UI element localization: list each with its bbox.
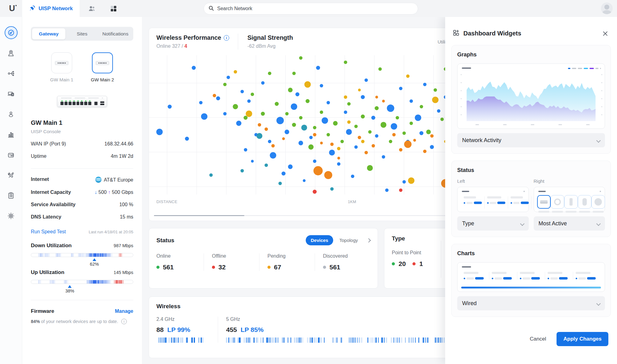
scatter-point	[344, 111, 347, 114]
scatter-point	[387, 104, 394, 112]
wan-ip-value: 168.32.44.66	[105, 141, 133, 147]
divider	[31, 300, 133, 300]
nav-dashboard-icon[interactable]	[5, 26, 18, 39]
firmware-info-icon[interactable]: i	[121, 319, 127, 324]
gateway-tile-label: GW Main 2	[88, 77, 117, 82]
scatter-point	[291, 104, 297, 110]
scatter-point	[409, 122, 413, 125]
nav-settings-icon[interactable]	[7, 212, 15, 220]
distance-scatter-plot[interactable]	[149, 55, 494, 194]
scatter-point	[236, 121, 241, 126]
horizontal-scrollbar[interactable]	[154, 215, 489, 216]
nav-statistics-icon[interactable]	[7, 130, 15, 138]
graphs-dropdown[interactable]: Network Activity	[457, 133, 605, 147]
scatter-point	[368, 130, 371, 133]
apps-grid-icon[interactable]	[109, 4, 118, 13]
clients-topbar-icon[interactable]	[88, 4, 96, 13]
status-left-dropdown-value: Type	[462, 220, 474, 227]
scatter-point	[209, 173, 213, 177]
capacity-up: 500	[112, 190, 120, 195]
nav-topology-icon[interactable]	[7, 69, 15, 77]
apply-changes-button[interactable]: Apply Changes	[557, 332, 608, 346]
status-stat-offline: Offline32	[204, 253, 259, 271]
gateway-tiles: GW Main 1 GW Main 2	[31, 52, 133, 82]
divider	[441, 241, 441, 278]
search-bar[interactable]	[204, 3, 418, 14]
device-thumb[interactable]	[578, 195, 591, 213]
scatter-point	[192, 66, 196, 70]
top-bar: U UISP Network	[0, 0, 617, 17]
graphs-section: Graphs Network Activity	[451, 45, 611, 154]
stat-value: 32	[218, 264, 226, 271]
scatter-point	[270, 152, 276, 159]
nav-clients-icon[interactable]	[7, 110, 15, 118]
firmware-manage-link[interactable]: Manage	[115, 309, 133, 314]
upload-arrow-icon: ↑	[108, 190, 110, 195]
status-right-label: Right	[534, 178, 605, 184]
band-5ghz-lp: LP 85%	[241, 326, 263, 333]
status-dot	[323, 266, 326, 269]
device-thumb[interactable]	[591, 195, 605, 213]
nav-insights-icon[interactable]	[7, 151, 15, 159]
chevron-right-icon[interactable]	[367, 238, 370, 243]
toggle-topology[interactable]: Topology	[334, 235, 363, 245]
scatter-point	[268, 140, 271, 143]
scatter-point	[395, 116, 399, 120]
nav-devices-icon[interactable]	[7, 90, 15, 98]
status-toggle: Devices Topology	[306, 235, 363, 245]
panel-title: Dashboard Widgets	[463, 30, 521, 37]
scatter-point	[233, 104, 238, 109]
scatter-point	[344, 60, 347, 64]
scatter-point	[199, 101, 202, 104]
charts-dropdown[interactable]: Wired	[457, 296, 605, 310]
scatter-point	[261, 112, 265, 116]
cancel-button[interactable]: Cancel	[530, 336, 546, 342]
user-avatar[interactable]	[601, 2, 613, 14]
scatter-point	[308, 145, 314, 150]
tab-sites[interactable]: Sites	[65, 28, 99, 39]
gateway-tile-1[interactable]: GW Main 1	[47, 52, 77, 82]
device-thumb[interactable]	[564, 195, 578, 213]
capacity-label: Internet Capacity	[31, 190, 71, 195]
up-utilization-heatbar	[31, 280, 133, 284]
scatter-point	[385, 189, 389, 192]
gateway-tile-2[interactable]: GW Main 2	[88, 52, 117, 82]
signal-strength-value: -62 dBm Avg	[247, 43, 293, 49]
stat-label: Pending	[267, 253, 315, 259]
app-tab-uisp-network[interactable]: UISP Network	[22, 0, 80, 17]
scatter-point	[375, 134, 378, 138]
signal-strength-title: Signal Strength	[247, 34, 293, 41]
performance-online-count: Online 327 /	[156, 43, 184, 49]
run-speed-test-link[interactable]: Run Speed Test	[31, 229, 66, 235]
scatter-point	[399, 87, 403, 90]
close-icon[interactable]	[602, 31, 608, 37]
device-thumb[interactable]	[537, 195, 551, 213]
firmware-note-text: of your network devices are up to date.	[40, 319, 118, 324]
dns-latency-value: 15 ms	[120, 214, 133, 220]
scatter-point	[295, 92, 299, 96]
scatter-point	[358, 89, 361, 92]
ubiquiti-logo[interactable]: U	[7, 4, 17, 14]
scatter-point	[367, 165, 373, 171]
status-right-dropdown[interactable]: Most Active	[534, 216, 605, 231]
scrollbar-thumb[interactable]	[154, 215, 244, 216]
device-thumb[interactable]	[551, 195, 564, 213]
performance-info-icon[interactable]: i	[224, 35, 229, 41]
status-stat-pending: Pending67	[259, 253, 315, 271]
scatter-point	[313, 166, 323, 175]
search-input[interactable]	[217, 6, 413, 11]
status-left-dropdown[interactable]: Type	[457, 216, 529, 231]
scatter-point	[420, 131, 424, 135]
toggle-devices[interactable]: Devices	[306, 235, 333, 245]
down-utilization-heatbar	[31, 253, 133, 257]
availability-value: 100 %	[119, 202, 133, 207]
tab-notifications[interactable]: Notifications	[99, 28, 132, 39]
scatter-point	[392, 133, 395, 136]
stat-value: 561	[163, 264, 174, 271]
performance-offline-count: 4	[184, 43, 187, 49]
tab-gateway[interactable]: Gateway	[32, 28, 65, 39]
nav-logs-icon[interactable]	[7, 191, 15, 199]
nav-tools-icon[interactable]	[7, 171, 15, 179]
scatter-point	[423, 149, 427, 153]
nav-sites-map-icon[interactable]	[7, 49, 15, 57]
